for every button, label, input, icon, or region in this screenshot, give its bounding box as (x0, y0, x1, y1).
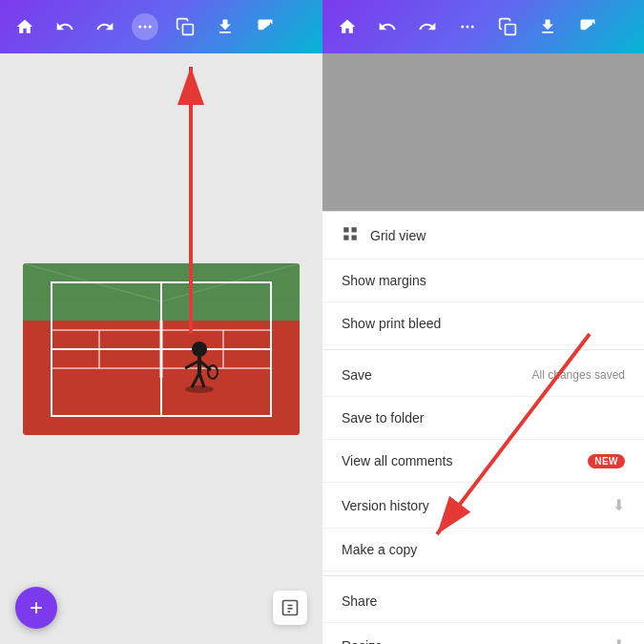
svg-rect-3 (183, 25, 194, 35)
divider-1 (322, 349, 644, 350)
view-all-comments-label: View all comments (342, 453, 588, 468)
undo-icon-right[interactable] (374, 13, 401, 40)
redo-icon-left[interactable] (92, 13, 118, 40)
menu-item-grid-view[interactable]: Grid view (322, 212, 644, 260)
tennis-court-image (23, 263, 300, 435)
grid-view-label: Grid view (370, 228, 625, 243)
svg-rect-37 (352, 236, 357, 240)
menu-item-show-margins[interactable]: Show margins (322, 260, 644, 302)
share-icon-right[interactable] (574, 13, 601, 40)
menu-item-save[interactable]: Save All changes saved (322, 354, 644, 397)
right-toolbar (322, 0, 644, 53)
version-history-label: Version history (342, 498, 613, 513)
version-history-premium-icon: ⬇ (613, 496, 625, 514)
svg-point-14 (192, 342, 207, 357)
new-badge: NEW (588, 454, 625, 468)
svg-point-21 (185, 385, 214, 393)
svg-point-30 (461, 26, 464, 29)
svg-rect-34 (343, 227, 348, 232)
right-preview-area (322, 53, 644, 211)
redo-icon-right[interactable] (414, 13, 441, 40)
share-label: Share (342, 593, 625, 609)
svg-point-1 (144, 26, 147, 29)
share-icon-left[interactable] (252, 13, 279, 40)
svg-point-0 (138, 26, 141, 29)
show-print-bleed-label: Show print bleed (342, 316, 625, 331)
plus-icon: + (30, 594, 43, 621)
home-icon-left[interactable] (11, 13, 38, 40)
save-status-label: All changes saved (532, 368, 625, 382)
more-icon-right[interactable] (454, 13, 481, 40)
resize-label: Resize (342, 638, 613, 645)
dropdown-menu: Grid view Show margins Show print bleed … (322, 211, 644, 644)
left-panel: + (0, 0, 322, 644)
save-to-folder-label: Save to folder (342, 410, 625, 426)
menu-item-version-history[interactable]: Version history ⬇ (322, 483, 644, 529)
svg-rect-36 (343, 236, 348, 240)
svg-rect-33 (506, 25, 516, 35)
menu-item-make-copy[interactable]: Make a copy (322, 529, 644, 571)
add-fab-button[interactable]: + (15, 587, 57, 629)
menu-item-share[interactable]: Share (322, 580, 644, 623)
duplicate-icon-right[interactable] (494, 13, 521, 40)
menu-item-view-all-comments[interactable]: View all comments NEW (322, 440, 644, 483)
canvas-area (0, 53, 322, 644)
resize-premium-icon: ⬇ (613, 636, 625, 644)
grid-view-icon (342, 225, 359, 245)
right-panel: Grid view Show margins Show print bleed … (322, 0, 644, 644)
left-toolbar (0, 0, 322, 53)
divider-2 (322, 575, 644, 576)
svg-rect-35 (352, 227, 357, 232)
svg-point-2 (149, 26, 152, 29)
save-label: Save (342, 367, 525, 383)
svg-point-31 (467, 26, 469, 29)
make-copy-label: Make a copy (342, 542, 625, 557)
menu-item-resize[interactable]: Resize ⬇ (322, 623, 644, 644)
bottom-bar: + (15, 587, 307, 629)
more-icon-left[interactable] (132, 13, 158, 40)
menu-item-show-print-bleed[interactable]: Show print bleed (322, 302, 644, 345)
undo-icon-left[interactable] (52, 13, 78, 40)
svg-point-32 (471, 26, 474, 29)
page-indicator (273, 591, 307, 625)
home-icon-right[interactable] (334, 13, 361, 40)
download-icon-right[interactable] (534, 13, 561, 40)
menu-item-save-to-folder[interactable]: Save to folder (322, 397, 644, 440)
show-margins-label: Show margins (342, 273, 625, 288)
duplicate-icon-left[interactable] (172, 13, 198, 40)
download-icon-left[interactable] (212, 13, 239, 40)
